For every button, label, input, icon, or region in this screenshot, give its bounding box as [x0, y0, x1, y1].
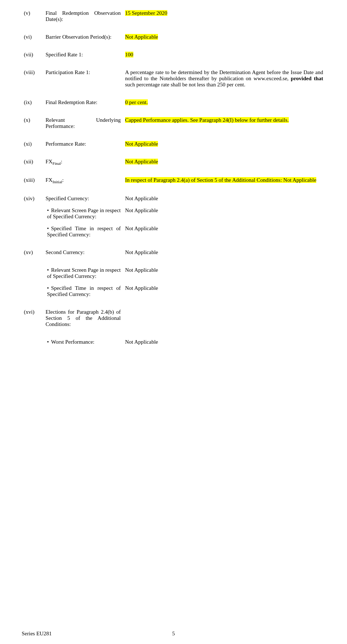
bullet-symbol: •	[47, 207, 49, 213]
bullet-spacer	[22, 205, 43, 223]
table-row: •Specified Time in respect of Specified …	[22, 223, 325, 241]
row-label: Relevant Underlying Performance:	[43, 114, 123, 132]
row-value: 100	[123, 49, 325, 61]
table-row: •Relevant Screen Page in respect of Spec…	[22, 264, 325, 282]
row-value: Not Applicable	[123, 193, 325, 205]
row-num: (x)	[22, 114, 43, 132]
row-label: Final Redemption Observation Date(s):	[43, 7, 123, 25]
table-row: (xi) Performance Rate: Not Applicable	[22, 138, 325, 150]
table-row: (viii) Participation Rate 1: A percentag…	[22, 66, 325, 91]
table-row: (ix) Final Redemption Rate: 0 per cent.	[22, 96, 325, 108]
row-value: Not Applicable	[123, 264, 325, 282]
table-row: (xiv) Specified Currency: Not Applicable	[22, 193, 325, 205]
bullet-spacer	[22, 336, 43, 348]
row-value: In respect of Paragraph 2.4(a) of Sectio…	[123, 174, 325, 187]
row-num: (vi)	[22, 31, 43, 43]
table-row: (xiii) FXInitial: In respect of Paragrap…	[22, 174, 325, 187]
bullet-spacer	[22, 282, 43, 300]
row-value: Not Applicable	[123, 156, 325, 168]
footer-page: 5	[172, 631, 175, 637]
row-label: •Relevant Screen Page in respect of Spec…	[43, 264, 123, 282]
row-label: FXFinal:	[43, 156, 123, 168]
bullet-symbol: •	[47, 267, 49, 273]
row-label: •Worst Performance:	[43, 336, 123, 348]
row-value: 15 September 2020	[123, 7, 325, 25]
row-label: Barrier Observation Period(s):	[43, 31, 123, 43]
table-row: •Relevant Screen Page in respect of Spec…	[22, 205, 325, 223]
row-value: Not Applicable	[123, 223, 325, 241]
row-label: •Specified Time in respect of Specified …	[43, 282, 123, 300]
table-row: •Specified Time in respect of Specified …	[22, 282, 325, 300]
row-num: (ix)	[22, 96, 43, 108]
row-num: (viii)	[22, 66, 43, 91]
footer: Series EU281 5	[0, 631, 347, 637]
row-num: (xiv)	[22, 193, 43, 205]
row-value: Not Applicable	[123, 205, 325, 223]
row-label: FXInitial:	[43, 174, 123, 187]
row-value: Not Applicable	[123, 336, 325, 348]
table-row: (xvi) Elections for Paragraph 2.4(b) of …	[22, 306, 325, 330]
table-row: (xii) FXFinal: Not Applicable	[22, 156, 325, 168]
table-row: •Worst Performance: Not Applicable	[22, 336, 325, 348]
row-num: (xvi)	[22, 306, 43, 330]
bullet-symbol: •	[47, 285, 49, 291]
row-label: Specified Rate 1:	[43, 49, 123, 61]
row-label: Participation Rate 1:	[43, 66, 123, 91]
row-label: •Relevant Screen Page in respect of Spec…	[43, 205, 123, 223]
row-label: Second Currency:	[43, 246, 123, 258]
row-num: (xii)	[22, 156, 43, 168]
row-value	[123, 306, 325, 330]
bullet-spacer	[22, 223, 43, 241]
row-label: Final Redemption Rate:	[43, 96, 123, 108]
row-label: Elections for Paragraph 2.4(b) of Sectio…	[43, 306, 123, 330]
bullet-symbol: •	[47, 226, 49, 231]
row-value: Not Applicable	[123, 138, 325, 150]
main-table: (v) Final Redemption Observation Date(s)…	[22, 7, 325, 348]
table-row: (v) Final Redemption Observation Date(s)…	[22, 7, 325, 25]
row-value: 0 per cent.	[123, 96, 325, 108]
row-label: •Specified Time in respect of Specified …	[43, 223, 123, 241]
footer-series: Series EU281	[22, 631, 52, 637]
row-value: Not Applicable	[123, 31, 325, 43]
row-value: Not Applicable	[123, 282, 325, 300]
row-label: Performance Rate:	[43, 138, 123, 150]
bullet-symbol: •	[47, 339, 49, 345]
row-value: A percentage rate to be determined by th…	[123, 66, 325, 91]
row-num: (xiii)	[22, 174, 43, 187]
row-value: Not Applicable	[123, 246, 325, 258]
row-num: (vii)	[22, 49, 43, 61]
row-value: Capped Performance applies. See Paragrap…	[123, 114, 325, 132]
row-num: (xi)	[22, 138, 43, 150]
row-label: Specified Currency:	[43, 193, 123, 205]
bullet-spacer	[22, 264, 43, 282]
table-row: (x) Relevant Underlying Performance: Cap…	[22, 114, 325, 132]
row-num: (xv)	[22, 246, 43, 258]
table-row: (vii) Specified Rate 1: 100	[22, 49, 325, 61]
row-num: (v)	[22, 7, 43, 25]
table-row: (xv) Second Currency: Not Applicable	[22, 246, 325, 258]
table-row: (vi) Barrier Observation Period(s): Not …	[22, 31, 325, 43]
